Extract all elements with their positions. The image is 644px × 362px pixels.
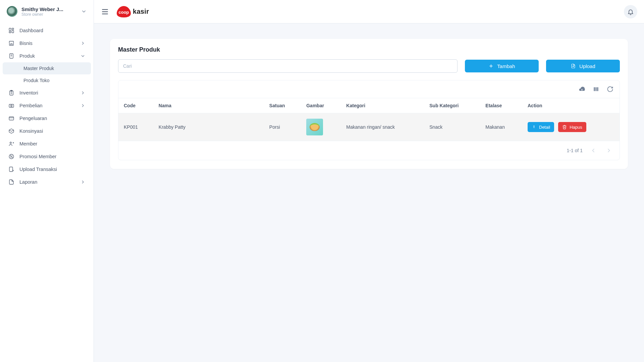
col-action: Action — [522, 98, 620, 113]
chevron-down-icon — [81, 8, 87, 14]
col-code[interactable]: Code — [118, 98, 153, 113]
upload-tx-icon — [8, 166, 15, 172]
col-satuan[interactable]: Satuan — [264, 98, 301, 113]
svg-point-34 — [534, 126, 534, 126]
pagination-range: 1-1 of 1 — [567, 148, 583, 153]
sidebar-sub-label: Produk Toko — [23, 78, 50, 83]
cell-subkategori: Snack — [424, 113, 480, 141]
sidebar-item-label: Produk — [19, 53, 75, 59]
svg-point-20 — [10, 156, 11, 156]
col-subkategori[interactable]: Sub Kategori — [424, 98, 480, 113]
chevron-right-icon — [80, 90, 86, 96]
table-card: Code Nama Satuan Gambar Kategori Sub Kat… — [118, 80, 620, 160]
sidebar-item-dashboard[interactable]: Dashboard — [3, 24, 91, 37]
sidebar-item-label: Upload Transaksi — [19, 167, 86, 172]
logo-badge-icon: coop — [116, 5, 131, 18]
svg-point-21 — [12, 157, 12, 158]
sidebar-item-label: Pengeluaran — [19, 116, 86, 121]
cloud-download-icon[interactable] — [579, 86, 585, 93]
sidebar-item-label: Konsinyasi — [19, 128, 86, 134]
upload-button[interactable]: Upload — [546, 60, 620, 72]
chevron-down-icon — [80, 53, 86, 59]
svg-rect-0 — [9, 28, 11, 31]
page-card: Master Produk Tambah Upload — [110, 39, 628, 169]
notifications-button[interactable] — [624, 5, 637, 18]
sidebar-item-bisnis[interactable]: Bisnis — [3, 37, 91, 50]
avatar — [7, 6, 17, 17]
sidebar-item-promosi[interactable]: Promosi Member — [3, 150, 91, 163]
cell-code: KP001 — [118, 113, 153, 141]
table-row: KP001 Krabby Patty Porsi Makanan ringan/… — [118, 113, 620, 141]
user-menu[interactable]: Smithy Weber J... Store owner — [0, 4, 94, 21]
col-kategori[interactable]: Kategori — [341, 98, 424, 113]
search-input[interactable] — [118, 59, 458, 73]
prev-page-button[interactable] — [589, 146, 598, 155]
brand-logo: coop kasir — [116, 5, 149, 18]
product-thumbnail[interactable] — [306, 119, 323, 135]
sidebar-item-laporan[interactable]: Laporan — [3, 176, 91, 188]
dashboard-icon — [8, 27, 15, 34]
chevron-right-icon — [80, 103, 86, 108]
member-icon — [8, 141, 15, 147]
svg-rect-1 — [12, 28, 14, 29]
svg-point-12 — [11, 105, 12, 107]
sidebar-item-produk[interactable]: Produk — [3, 50, 91, 62]
sidebar-item-pembelian[interactable]: Pembelian — [3, 99, 91, 112]
columns-icon[interactable] — [593, 86, 599, 93]
bell-icon — [627, 8, 634, 15]
detail-button[interactable]: Detail — [528, 122, 554, 132]
cell-nama: Krabby Patty — [153, 113, 264, 141]
svg-text:coop: coop — [118, 10, 129, 15]
cell-etalase: Makanan — [480, 113, 522, 141]
sidebar-item-member[interactable]: Member — [3, 137, 91, 150]
col-etalase[interactable]: Etalase — [480, 98, 522, 113]
menu-toggle-icon[interactable] — [101, 7, 109, 16]
sidebar-item-upload-transaksi[interactable]: Upload Transaksi — [3, 163, 91, 176]
cell-satuan: Porsi — [264, 113, 301, 141]
business-icon — [8, 40, 15, 46]
sidebar-sub-master-produk[interactable]: Master Produk — [3, 62, 91, 74]
detail-label: Detail — [539, 125, 550, 130]
topbar: coop kasir — [94, 0, 644, 23]
sidebar-item-label: Inventori — [19, 90, 75, 96]
sidebar-item-inventori[interactable]: Inventori — [3, 86, 91, 99]
add-button[interactable]: Tambah — [465, 60, 539, 72]
svg-rect-31 — [595, 87, 596, 91]
file-upload-icon — [571, 63, 576, 69]
delete-button[interactable]: Hapus — [558, 122, 586, 132]
inventory-icon — [8, 90, 15, 96]
sidebar-item-label: Pembelian — [19, 103, 75, 108]
delete-label: Hapus — [570, 125, 582, 130]
sidebar-sub-produk-toko[interactable]: Produk Toko — [3, 74, 91, 86]
col-gambar[interactable]: Gambar — [301, 98, 341, 113]
next-page-button[interactable] — [604, 146, 613, 155]
user-name: Smithy Weber J... — [21, 6, 77, 12]
upload-button-label: Upload — [579, 63, 595, 69]
page-title: Master Produk — [118, 46, 620, 53]
table-header-row: Code Nama Satuan Gambar Kategori Sub Kat… — [118, 98, 620, 113]
trash-icon — [562, 125, 567, 129]
svg-rect-13 — [9, 117, 14, 120]
svg-point-15 — [10, 142, 12, 144]
product-icon — [8, 53, 15, 59]
sidebar-item-label: Dashboard — [19, 28, 86, 33]
col-nama[interactable]: Nama — [153, 98, 264, 113]
report-icon — [8, 179, 15, 185]
sidebar-sub-label: Master Produk — [23, 66, 54, 71]
promo-icon — [8, 154, 15, 160]
svg-rect-2 — [12, 31, 14, 33]
refresh-icon[interactable] — [607, 86, 613, 93]
chevron-right-icon — [80, 179, 86, 185]
plus-icon — [488, 63, 494, 69]
sidebar-item-label: Member — [19, 141, 86, 146]
add-button-label: Tambah — [497, 63, 515, 69]
svg-rect-22 — [9, 167, 13, 172]
consignment-icon — [8, 128, 15, 134]
svg-rect-3 — [9, 32, 11, 33]
chevron-right-icon — [80, 41, 86, 46]
sidebar-item-label: Promosi Member — [19, 154, 86, 159]
sidebar-item-pengeluaran[interactable]: Pengeluaran — [3, 112, 91, 125]
svg-rect-11 — [9, 104, 14, 107]
sidebar-item-konsinyasi[interactable]: Konsinyasi — [3, 125, 91, 137]
svg-line-19 — [10, 156, 12, 158]
